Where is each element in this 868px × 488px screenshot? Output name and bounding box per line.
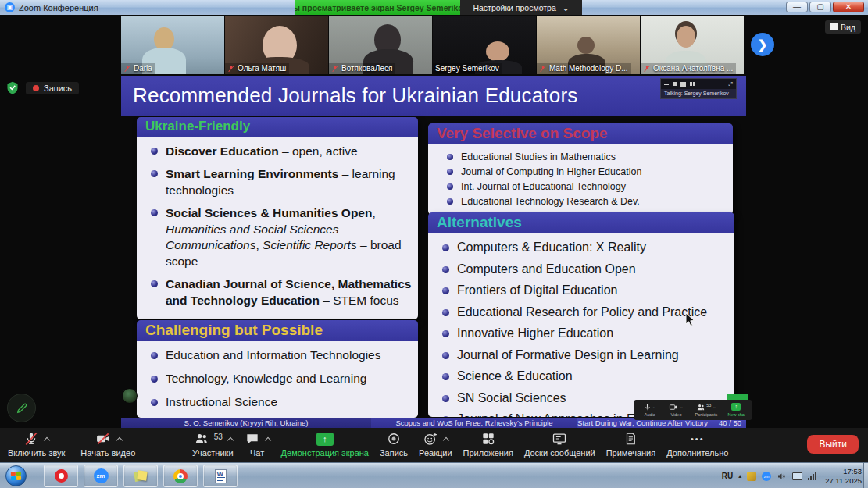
- panel-gallery-view-icon[interactable]: [690, 82, 695, 87]
- volume-icon[interactable]: [777, 472, 787, 481]
- list-item: Educational Studies in Mathematics: [438, 151, 727, 162]
- participant-tile[interactable]: ВотяковаЛеся: [329, 16, 432, 74]
- signal-bars-icon[interactable]: [808, 472, 816, 480]
- language-indicator[interactable]: RU: [722, 472, 733, 480]
- participant-tile[interactable]: Daria: [121, 16, 224, 74]
- chat-icon: [245, 431, 260, 447]
- unmute-button[interactable]: Включить звук: [8, 430, 65, 458]
- zoom-icon: zm: [94, 468, 109, 483]
- mini-audio-control[interactable]: ⌄ Audio: [638, 403, 663, 417]
- share-screen-button[interactable]: ↑ Демонстрация экрана: [281, 430, 369, 458]
- chevron-up-icon[interactable]: [443, 436, 449, 443]
- participants-icon: [193, 431, 210, 447]
- mini-new-share-control[interactable]: ↑ New sha: [723, 403, 748, 417]
- reactions-button[interactable]: Реакции: [419, 430, 452, 458]
- bullet-icon: [151, 399, 158, 406]
- more-button[interactable]: ••• Дополнительно: [666, 430, 728, 458]
- mic-icon: [644, 403, 652, 411]
- list-item: Instructional Science: [146, 395, 412, 409]
- notes-button[interactable]: Примечания: [606, 430, 656, 458]
- panel-small-view-icon[interactable]: [673, 82, 677, 86]
- list-item: Computers & Education: X Reality: [438, 240, 728, 255]
- taskbar-app-word[interactable]: [203, 465, 238, 487]
- start-button[interactable]: [5, 465, 27, 486]
- bullet-icon: [442, 244, 449, 251]
- list-item: Technology, Knowledge and Learning: [146, 372, 412, 386]
- mini-video-control[interactable]: ⌄ Video: [664, 403, 689, 417]
- mic-muted-icon: [23, 431, 39, 447]
- recording-pill[interactable]: Запись: [26, 82, 79, 94]
- block-title: Alternatives: [428, 212, 734, 233]
- taskbar-app-opera[interactable]: [44, 465, 78, 487]
- chat-button[interactable]: Чат: [245, 430, 270, 458]
- journal-entry: Int. Journal of Educational Technology: [461, 181, 626, 192]
- annotate-button[interactable]: [7, 394, 36, 422]
- start-video-button[interactable]: Начать видео: [80, 430, 135, 458]
- bullet-icon: [447, 183, 453, 190]
- floating-video-panel-controls: ⤢ Talking: Sergey Semerikov: [660, 78, 737, 99]
- whiteboards-button[interactable]: Доски сообщений: [524, 430, 595, 458]
- sticky-notes-icon: [134, 469, 148, 483]
- list-item: Smart Learning Environments – learning t…: [146, 166, 412, 198]
- bullet-icon: [442, 352, 449, 359]
- chevron-up-icon[interactable]: [116, 436, 123, 443]
- taskbar-app-chrome[interactable]: [163, 465, 198, 487]
- view-settings-dropdown[interactable]: Настройки просмотра⌄: [460, 0, 582, 15]
- chevron-up-icon[interactable]: [44, 436, 50, 443]
- window-title: Zoom Конференция: [19, 3, 98, 12]
- participant-tile-active-speaker[interactable]: Sergey Semerikov: [433, 16, 536, 74]
- journal-entry: Discover Education – open, active: [166, 144, 358, 159]
- maximize-button[interactable]: ▢: [809, 2, 831, 12]
- journal-entry: Social Sciences & Humanities Open, Human…: [166, 205, 412, 269]
- chevron-down-icon: ⌄: [652, 403, 656, 411]
- slide-title-band: Recommended Journals for Ukrainian Educa…: [121, 76, 746, 116]
- camera-muted-icon: [95, 431, 112, 447]
- tray-notification-icon[interactable]: [747, 472, 756, 481]
- participants-button[interactable]: 53 Участники: [192, 430, 234, 458]
- list-item: Journal of Computing in Higher Education: [438, 166, 727, 177]
- participant-tile[interactable]: Оксана Анатоліївна ...: [641, 16, 744, 74]
- taskbar-app-sticky-notes[interactable]: [123, 465, 158, 487]
- journal-entry: Educational Technology Research & Dev.: [461, 196, 640, 207]
- taskbar-app-zoom[interactable]: zm: [84, 465, 118, 487]
- mic-muted-icon: [123, 65, 131, 73]
- zoom-meeting-window: ▣ Zoom Конференция Вы просматриваете экр…: [0, 0, 868, 488]
- tray-zoom-icon[interactable]: zm: [762, 472, 771, 481]
- journal-entry: Computers and Education Open: [457, 262, 636, 276]
- network-icon[interactable]: [792, 472, 802, 480]
- chevron-up-icon[interactable]: [264, 436, 270, 443]
- mini-participants-control[interactable]: 53 ⌄ Participants: [690, 403, 722, 417]
- list-item: Computers and Education Open: [438, 262, 728, 276]
- show-desktop-button[interactable]: [863, 463, 868, 488]
- next-participants-button[interactable]: ❯: [751, 33, 774, 56]
- panel-minimize-icon[interactable]: [664, 84, 669, 85]
- leave-meeting-button[interactable]: Выйти: [807, 435, 859, 454]
- apps-button[interactable]: Приложения: [463, 430, 513, 458]
- clock-time: 17:53: [825, 467, 862, 476]
- close-button[interactable]: ✕: [833, 2, 864, 12]
- record-button[interactable]: Запись: [380, 430, 408, 458]
- journal-entry: Education and Information Technologies: [166, 348, 380, 362]
- zoom-app-icon: ▣: [5, 2, 15, 12]
- bullet-icon: [442, 266, 449, 273]
- minimize-button[interactable]: —: [786, 2, 808, 12]
- participant-tile[interactable]: Ольга Матяш: [225, 16, 328, 74]
- bullet-icon: [151, 352, 158, 359]
- view-button[interactable]: Вид: [825, 20, 861, 34]
- camera-bubble[interactable]: [122, 388, 138, 404]
- panel-large-view-icon[interactable]: [680, 82, 686, 87]
- bullet-icon: [151, 170, 158, 177]
- tray-caret-icon[interactable]: ▴: [738, 472, 741, 479]
- journal-entry: Journal of New Approaches in E: [457, 412, 635, 417]
- block-ukraine-friendly: Ukraine-Friendly Discover Education – op…: [137, 117, 418, 319]
- participant-tile[interactable]: Math Methodology D...: [537, 16, 640, 74]
- journal-list: Educational Studies in MathematicsJourna…: [438, 151, 727, 207]
- taskbar-clock[interactable]: 17:53 27.11.2025: [825, 467, 862, 486]
- journal-entry: Frontiers of Digital Education: [457, 283, 617, 297]
- participants-count-badge: 53: [214, 433, 223, 441]
- journal-list: Education and Information TechnologiesTe…: [146, 348, 412, 418]
- chevron-up-icon[interactable]: [227, 436, 234, 443]
- block-title: Very Selective on Scope: [428, 123, 733, 144]
- mic-muted-icon: [539, 65, 547, 73]
- panel-expand-icon[interactable]: ⤢: [728, 81, 733, 87]
